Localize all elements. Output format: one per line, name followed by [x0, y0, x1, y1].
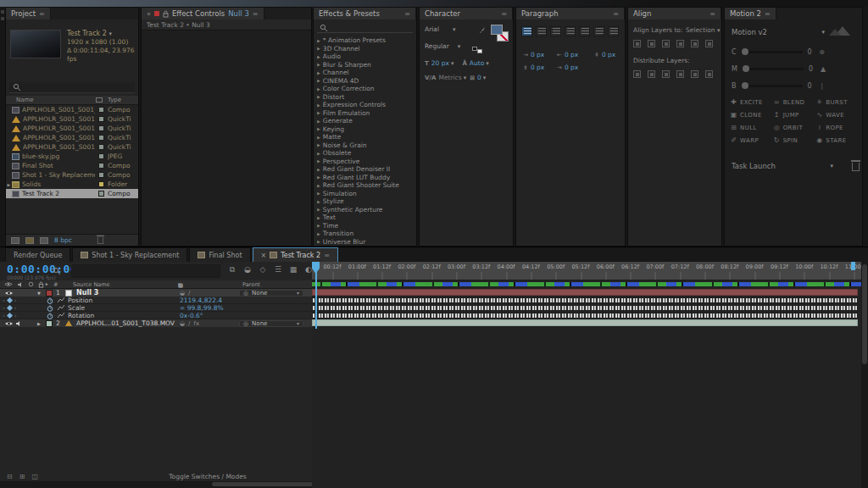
kf-next-icon[interactable]: › [14, 297, 17, 304]
effects-category[interactable]: ▶3D Channel [317, 45, 415, 53]
distribute-button[interactable] [705, 70, 713, 78]
motion-tool-burst[interactable]: ✳BURST [815, 96, 859, 108]
twirl-icon[interactable]: ▶ [317, 38, 320, 43]
collapse-panel-icon[interactable]: « [147, 10, 151, 18]
index-column-icon[interactable]: # [53, 281, 58, 288]
motion-tool-orbit[interactable]: ◎ORBIT [773, 121, 816, 134]
kerning-value[interactable]: Metrics [438, 74, 461, 81]
vertical-scrollbar[interactable] [861, 262, 868, 488]
distribute-button[interactable] [633, 70, 641, 78]
indent-value[interactable]: 0 px [602, 51, 615, 58]
effects-category[interactable]: ▶Film Emulation [317, 109, 415, 118]
pickwhip-icon[interactable]: ◎ [243, 320, 248, 327]
stopwatch-icon[interactable] [47, 305, 53, 312]
dropdown-icon[interactable]: ▾ [464, 75, 467, 81]
parent-column[interactable]: Parent [242, 281, 260, 288]
keyframes-rotation[interactable] [312, 313, 858, 319]
paragraph-align-button[interactable] [550, 26, 561, 36]
expand-transfer-icon[interactable]: ◫ [31, 473, 38, 480]
effects-category[interactable]: ▶Generate [317, 117, 415, 125]
twirl-icon[interactable]: ▶ [317, 158, 320, 164]
project-item[interactable]: Final ShotCompo [6, 161, 138, 170]
indent-value[interactable]: 0 px [531, 51, 544, 58]
effects-category[interactable]: ▶* Animation Presets [317, 36, 415, 45]
paragraph-indent-field[interactable]: ⇟0 px [523, 61, 557, 74]
effects-category[interactable]: ▶Audio [317, 53, 415, 61]
effects-category[interactable]: ▶Time [317, 222, 415, 230]
label-column-icon[interactable]: ✦ [44, 281, 48, 288]
property-value[interactable]: 2119.4,822.4 [180, 297, 222, 304]
align-tab[interactable]: Align ≡ [628, 8, 721, 19]
trash-icon[interactable] [97, 237, 103, 244]
project-panel-tab[interactable]: Project ≡ [6, 8, 51, 19]
project-item[interactable]: APPLHOLR_S001_S001_T006.MOVQuickTi [6, 124, 138, 133]
keyframe-navigator[interactable]: ‹› [3, 304, 17, 312]
dropdown-icon[interactable]: ▾ [108, 30, 112, 37]
twirl-icon[interactable]: ▶ [317, 183, 320, 188]
parent-dropdown[interactable]: ◎ None ▾ [239, 320, 303, 327]
twirl-icon[interactable]: ▶ [317, 223, 320, 228]
new-composition-icon[interactable] [40, 237, 48, 244]
solo-column-icon[interactable] [28, 281, 34, 287]
timeline-tab[interactable]: Final Shot [189, 247, 250, 262]
rocket-icon[interactable]: ▲ [818, 65, 828, 73]
project-search-input[interactable] [9, 82, 135, 93]
twirl-icon[interactable]: ▶ [317, 167, 320, 172]
motion-tool-blend[interactable]: ≃BLEND [773, 96, 816, 108]
timeline-tab[interactable]: Shot 1 - Sky Replacement [72, 247, 187, 262]
left-edge-buttons[interactable] [1, 10, 4, 20]
property-name[interactable]: Position [68, 297, 92, 304]
expand-in-point-icon[interactable]: ⊟ [7, 473, 13, 480]
motion-tab[interactable]: Motion 2 ≡ [725, 8, 776, 19]
twirl-icon[interactable]: ▶ [317, 175, 320, 180]
panel-menu-icon[interactable]: ≡ [709, 10, 715, 18]
layer-row-footage[interactable]: ▶ 2 APPLHOL...01_S001_T038.MOV ◒/fx ◎ No… [0, 319, 312, 327]
effects-category[interactable]: ▶Red Giant Shooter Suite [317, 181, 415, 190]
timeline-toolbar-icon[interactable]: ◒ [242, 265, 253, 274]
font-size-value[interactable]: 20 px [431, 59, 449, 67]
motion-slider[interactable]: B0∣ [732, 82, 855, 90]
current-timecode[interactable]: 0:00:00:00 [7, 263, 77, 275]
slider-track[interactable] [742, 85, 803, 87]
motion-tool-warp[interactable]: ✐WARP [730, 134, 773, 147]
effects-category[interactable]: ▶Noise & Grain [317, 141, 415, 150]
effects-category[interactable]: ▶Red Giant LUT Buddy [317, 174, 415, 182]
effects-category[interactable]: ▶Channel [317, 69, 415, 77]
twirl-icon[interactable]: ▶ [317, 191, 320, 196]
motion-tool-null[interactable]: ⊞NULL [730, 121, 773, 134]
kf-prev-icon[interactable]: ‹ [3, 313, 5, 319]
property-value[interactable]: ∞ 99.8,99.8% [180, 304, 224, 312]
effects-category[interactable]: ▶Keying [317, 125, 415, 134]
distribute-button[interactable] [648, 70, 655, 78]
label-color-swatch[interactable] [98, 191, 104, 197]
twirl-icon[interactable]: ▶ [317, 54, 320, 59]
keyframes-scale[interactable] [312, 305, 858, 311]
align-button[interactable] [705, 40, 713, 47]
motion-tool-wave[interactable]: ∿WAVE [815, 108, 859, 121]
time-ruler[interactable]: 00:12f01:00f01:12f02:00f02:12f03:00f03:1… [312, 262, 861, 280]
paragraph-tab[interactable]: Paragraph ≡ [516, 8, 625, 19]
effects-presets-tab[interactable]: Effects & Presets ≡ [314, 8, 416, 19]
twirl-icon[interactable]: ▶ [317, 215, 320, 220]
dropdown-icon[interactable]: ▾ [486, 60, 489, 67]
twirl-icon[interactable]: ▶ [317, 207, 320, 212]
paragraph-indent-field[interactable]: ⇥0 px [523, 48, 557, 61]
slider-value[interactable]: 0 [808, 48, 812, 56]
label-color-swatch[interactable] [98, 172, 104, 178]
property-row-scale[interactable]: ‹›Scale∞ 99.8,99.8% [0, 304, 312, 312]
motion-tool-spin[interactable]: ↻SPIN [773, 134, 816, 147]
toggle-switches-modes-button[interactable]: Toggle Switches / Modes [110, 473, 305, 480]
layer-label-swatch[interactable] [46, 320, 53, 327]
project-item[interactable]: blue-sky.jpgJPEG [6, 152, 138, 161]
twirl-icon[interactable]: ▶ [317, 142, 320, 147]
motion-tool-stare[interactable]: ◉STARE [815, 134, 859, 147]
layer-label-swatch[interactable] [46, 290, 53, 297]
slider-track[interactable] [742, 51, 803, 53]
timeline-toolbar-icon[interactable]: ▦ [288, 265, 298, 274]
paragraph-align-button[interactable] [521, 26, 532, 36]
twirl-icon[interactable]: ▶ [317, 62, 320, 67]
motion-tool-excite[interactable]: ✚EXCITE [730, 96, 773, 108]
project-item[interactable]: APPLHOLR_S001_S001_T038.MOVQuickTi [6, 142, 138, 152]
effects-category[interactable]: ▶Transition [317, 230, 415, 238]
property-name[interactable]: Scale [68, 304, 85, 312]
